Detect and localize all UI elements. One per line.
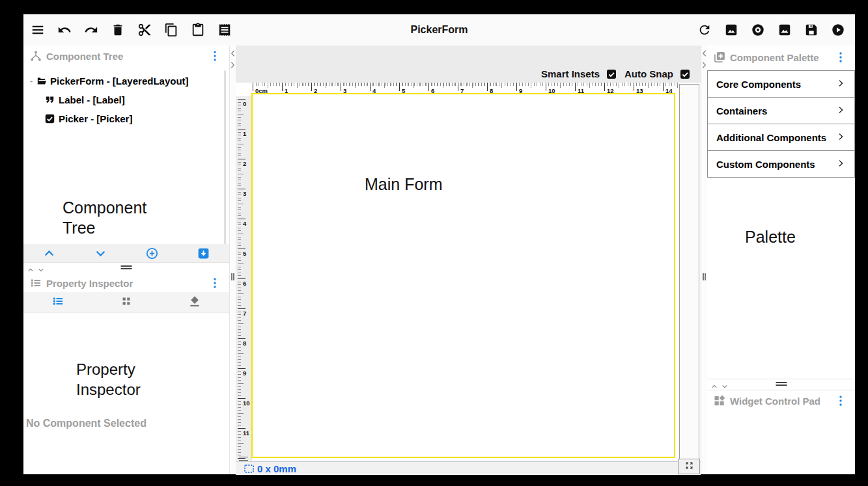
palette-section-list: Core ComponentsContainersAdditional Comp… xyxy=(707,70,855,178)
tab-style[interactable] xyxy=(186,295,203,310)
component-palette-header: Component Palette xyxy=(707,47,855,68)
ruler-v-mark: 10 xyxy=(236,398,251,428)
auto-snap-checkbox[interactable] xyxy=(680,69,690,79)
receipt-icon[interactable] xyxy=(217,22,232,38)
toolbar-right-group xyxy=(697,14,846,46)
property-inspector-menu-icon[interactable] xyxy=(208,277,221,290)
property-inspector-header: Property Inspector xyxy=(23,273,229,293)
collapse-right-icon[interactable] xyxy=(230,61,236,70)
collapse-left-icon[interactable] xyxy=(701,49,707,59)
window-title: PickerForm xyxy=(410,14,468,46)
canvas-top-strip: Smart Insets Auto Snap xyxy=(236,46,701,83)
palette-section-label: Containers xyxy=(716,105,836,116)
widget-control-pad-title: Widget Control Pad xyxy=(730,396,834,407)
image-icon[interactable] xyxy=(723,22,739,38)
component-tree-title: Component Tree xyxy=(46,51,208,62)
canvas-status-bar: 0 x 0mm xyxy=(236,461,701,475)
add-box-icon xyxy=(713,51,726,64)
quote-icon xyxy=(44,94,55,106)
paint-icon xyxy=(188,295,201,310)
canvas-horizontal-scroll-grip[interactable] xyxy=(239,457,248,461)
palette-section-label: Core Components xyxy=(716,79,836,90)
collapse-right-icon[interactable] xyxy=(701,61,707,70)
property-inspector-tabs xyxy=(23,292,229,313)
component-tree-annotation: Component Tree xyxy=(63,198,167,238)
splitter-grip[interactable] xyxy=(776,382,787,387)
app-window: PickerForm Component Tree -PickerForm - … xyxy=(23,14,855,474)
paste-icon[interactable] xyxy=(190,22,206,38)
collapse-marker[interactable]: - xyxy=(27,76,35,87)
chevron-up-icon[interactable] xyxy=(42,245,57,261)
list-blue-icon xyxy=(51,295,64,310)
tree-item-label: Label - [Label] xyxy=(59,94,125,105)
tab-layout[interactable] xyxy=(118,295,135,310)
tree-scrollbar[interactable] xyxy=(224,70,226,246)
ruler-v-mark: 6 xyxy=(236,278,251,308)
expand-icon xyxy=(684,461,694,473)
cut-icon[interactable] xyxy=(137,22,152,38)
form-design-surface[interactable]: Main Form xyxy=(251,93,675,458)
palette-section-label: Additional Components xyxy=(716,132,836,143)
tab-properties[interactable] xyxy=(49,295,66,310)
play-icon[interactable] xyxy=(830,22,846,38)
tree-item-label: PickerForm - [LayeredLayout] xyxy=(50,75,189,87)
dimensions-icon xyxy=(244,464,255,474)
sitemap-icon xyxy=(29,49,42,62)
canvas-vertical-scrollbar[interactable] xyxy=(679,84,699,461)
component-palette-title: Component Palette xyxy=(730,52,834,63)
palette-section-additional-components[interactable]: Additional Components xyxy=(707,124,855,151)
move-down-icon[interactable] xyxy=(196,245,212,261)
save-icon[interactable] xyxy=(804,22,819,38)
toolbar-left-group xyxy=(30,14,232,46)
vertical-ruler: 0123456789101112 xyxy=(236,96,252,461)
ruler-v-mark: 3 xyxy=(236,189,251,219)
splitter-grip[interactable] xyxy=(121,265,132,271)
palette-widgetpad-splitter[interactable] xyxy=(707,379,855,390)
main-form-annotation: Main Form xyxy=(365,174,443,195)
ruler-v-mark: 0 xyxy=(236,99,251,129)
copy-icon[interactable] xyxy=(163,22,179,38)
refresh-icon[interactable] xyxy=(697,22,712,38)
left-panel: Component Tree -PickerForm - [LayeredLay… xyxy=(23,46,229,474)
component-tree-list: -PickerForm - [LayeredLayout]Label - [La… xyxy=(23,72,227,128)
tree-item[interactable]: -PickerForm - [LayeredLayout] xyxy=(23,72,227,90)
delete-icon[interactable] xyxy=(110,22,126,38)
tree-item[interactable]: Picker - [Picker] xyxy=(23,109,227,128)
component-palette-menu-icon[interactable] xyxy=(834,51,847,64)
collapse-left-icon[interactable] xyxy=(230,49,236,59)
chevron-right-icon xyxy=(836,105,847,116)
component-tree-menu-icon[interactable] xyxy=(208,49,221,62)
redo-icon[interactable] xyxy=(83,22,99,38)
divider-grip[interactable] xyxy=(703,273,706,280)
main-toolbar: PickerForm xyxy=(23,14,855,46)
folder-open-icon xyxy=(35,75,47,87)
palette-section-containers[interactable]: Containers xyxy=(707,97,855,124)
ruler-v-mark: 1 xyxy=(236,129,251,159)
smart-insets-checkbox[interactable] xyxy=(606,69,617,79)
auto-snap-label: Auto Snap xyxy=(624,68,673,79)
component-tree-header: Component Tree xyxy=(23,46,229,66)
tree-item-label: Picker - [Picker] xyxy=(59,113,132,124)
palette-section-core-components[interactable]: Core Components xyxy=(707,70,855,98)
canvas-panel: Smart Insets Auto Snap 0cm12345678910111… xyxy=(236,46,701,474)
widget-control-pad-menu-icon[interactable] xyxy=(834,394,847,407)
widget-control-pad-header: Widget Control Pad xyxy=(707,390,855,411)
record-icon[interactable] xyxy=(750,22,766,38)
ruler-v-mark: 7 xyxy=(236,308,251,338)
ruler-v-mark: 8 xyxy=(236,338,251,368)
dimensions-value: 0 x 0mm xyxy=(257,463,296,474)
widgets-icon xyxy=(713,394,726,407)
expand-canvas-button[interactable] xyxy=(678,459,700,474)
chevron-down-icon[interactable] xyxy=(93,245,109,261)
chevron-right-icon xyxy=(836,132,847,142)
add-circle-icon[interactable] xyxy=(145,245,160,261)
tree-item[interactable]: Label - [Label] xyxy=(23,90,227,109)
image-icon[interactable] xyxy=(777,22,792,38)
palette-section-custom-components[interactable]: Custom Components xyxy=(707,150,855,178)
tree-inspector-splitter[interactable] xyxy=(23,262,229,273)
no-component-selected-message: No Component Selected xyxy=(26,418,147,429)
undo-icon[interactable] xyxy=(57,22,72,38)
divider-grip[interactable] xyxy=(231,273,234,280)
menu-icon[interactable] xyxy=(30,22,46,38)
ruler-v-mark: 9 xyxy=(236,368,251,398)
